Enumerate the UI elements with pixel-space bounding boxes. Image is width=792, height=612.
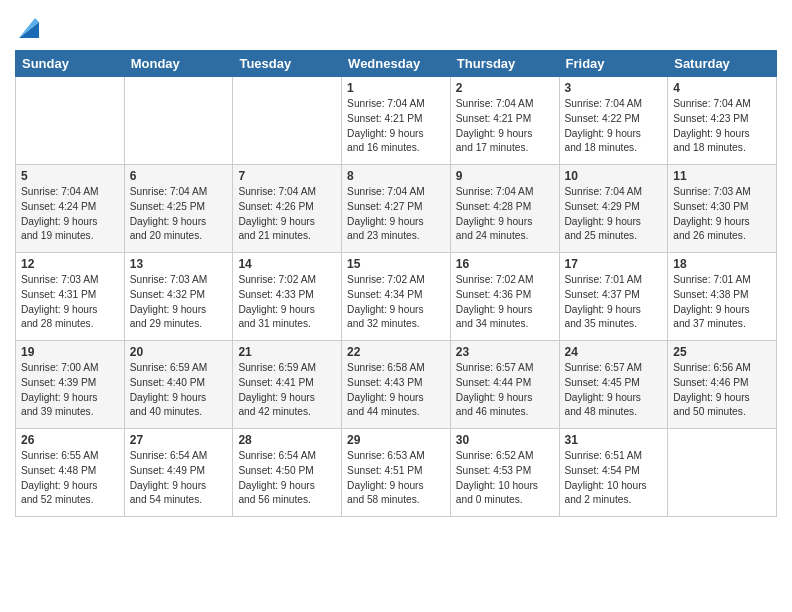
day-number: 29 — [347, 433, 445, 447]
day-cell: 4Sunrise: 7:04 AM Sunset: 4:23 PM Daylig… — [668, 77, 777, 165]
day-info: Sunrise: 7:04 AM Sunset: 4:23 PM Dayligh… — [673, 97, 771, 156]
day-info: Sunrise: 7:04 AM Sunset: 4:22 PM Dayligh… — [565, 97, 663, 156]
day-info: Sunrise: 7:02 AM Sunset: 4:33 PM Dayligh… — [238, 273, 336, 332]
day-info: Sunrise: 7:03 AM Sunset: 4:31 PM Dayligh… — [21, 273, 119, 332]
day-info: Sunrise: 7:03 AM Sunset: 4:32 PM Dayligh… — [130, 273, 228, 332]
day-cell: 29Sunrise: 6:53 AM Sunset: 4:51 PM Dayli… — [342, 429, 451, 517]
day-number: 30 — [456, 433, 554, 447]
day-number: 11 — [673, 169, 771, 183]
day-number: 19 — [21, 345, 119, 359]
day-number: 17 — [565, 257, 663, 271]
day-info: Sunrise: 7:04 AM Sunset: 4:21 PM Dayligh… — [456, 97, 554, 156]
calendar-table: SundayMondayTuesdayWednesdayThursdayFrid… — [15, 50, 777, 517]
col-header-wednesday: Wednesday — [342, 51, 451, 77]
logo — [15, 14, 47, 42]
week-row-1: 1Sunrise: 7:04 AM Sunset: 4:21 PM Daylig… — [16, 77, 777, 165]
day-cell — [16, 77, 125, 165]
day-number: 22 — [347, 345, 445, 359]
day-info: Sunrise: 6:57 AM Sunset: 4:44 PM Dayligh… — [456, 361, 554, 420]
day-cell: 5Sunrise: 7:04 AM Sunset: 4:24 PM Daylig… — [16, 165, 125, 253]
day-info: Sunrise: 6:57 AM Sunset: 4:45 PM Dayligh… — [565, 361, 663, 420]
day-number: 8 — [347, 169, 445, 183]
day-info: Sunrise: 7:04 AM Sunset: 4:24 PM Dayligh… — [21, 185, 119, 244]
day-cell: 1Sunrise: 7:04 AM Sunset: 4:21 PM Daylig… — [342, 77, 451, 165]
day-cell: 10Sunrise: 7:04 AM Sunset: 4:29 PM Dayli… — [559, 165, 668, 253]
col-header-monday: Monday — [124, 51, 233, 77]
day-info: Sunrise: 6:59 AM Sunset: 4:41 PM Dayligh… — [238, 361, 336, 420]
day-info: Sunrise: 6:59 AM Sunset: 4:40 PM Dayligh… — [130, 361, 228, 420]
day-info: Sunrise: 7:04 AM Sunset: 4:29 PM Dayligh… — [565, 185, 663, 244]
col-header-tuesday: Tuesday — [233, 51, 342, 77]
week-row-5: 26Sunrise: 6:55 AM Sunset: 4:48 PM Dayli… — [16, 429, 777, 517]
day-info: Sunrise: 7:02 AM Sunset: 4:34 PM Dayligh… — [347, 273, 445, 332]
day-number: 14 — [238, 257, 336, 271]
day-cell: 18Sunrise: 7:01 AM Sunset: 4:38 PM Dayli… — [668, 253, 777, 341]
day-number: 26 — [21, 433, 119, 447]
day-info: Sunrise: 7:04 AM Sunset: 4:25 PM Dayligh… — [130, 185, 228, 244]
day-info: Sunrise: 7:02 AM Sunset: 4:36 PM Dayligh… — [456, 273, 554, 332]
day-number: 6 — [130, 169, 228, 183]
day-info: Sunrise: 6:53 AM Sunset: 4:51 PM Dayligh… — [347, 449, 445, 508]
day-cell: 30Sunrise: 6:52 AM Sunset: 4:53 PM Dayli… — [450, 429, 559, 517]
day-cell: 24Sunrise: 6:57 AM Sunset: 4:45 PM Dayli… — [559, 341, 668, 429]
day-cell: 2Sunrise: 7:04 AM Sunset: 4:21 PM Daylig… — [450, 77, 559, 165]
day-number: 10 — [565, 169, 663, 183]
day-cell — [124, 77, 233, 165]
day-info: Sunrise: 6:58 AM Sunset: 4:43 PM Dayligh… — [347, 361, 445, 420]
day-info: Sunrise: 7:00 AM Sunset: 4:39 PM Dayligh… — [21, 361, 119, 420]
day-cell: 9Sunrise: 7:04 AM Sunset: 4:28 PM Daylig… — [450, 165, 559, 253]
day-cell: 16Sunrise: 7:02 AM Sunset: 4:36 PM Dayli… — [450, 253, 559, 341]
header-row: SundayMondayTuesdayWednesdayThursdayFrid… — [16, 51, 777, 77]
day-info: Sunrise: 7:03 AM Sunset: 4:30 PM Dayligh… — [673, 185, 771, 244]
day-number: 12 — [21, 257, 119, 271]
day-info: Sunrise: 7:04 AM Sunset: 4:21 PM Dayligh… — [347, 97, 445, 156]
day-info: Sunrise: 6:51 AM Sunset: 4:54 PM Dayligh… — [565, 449, 663, 508]
day-number: 18 — [673, 257, 771, 271]
logo-icon — [15, 14, 43, 42]
day-number: 7 — [238, 169, 336, 183]
day-cell: 23Sunrise: 6:57 AM Sunset: 4:44 PM Dayli… — [450, 341, 559, 429]
day-number: 3 — [565, 81, 663, 95]
day-cell: 11Sunrise: 7:03 AM Sunset: 4:30 PM Dayli… — [668, 165, 777, 253]
day-info: Sunrise: 7:01 AM Sunset: 4:38 PM Dayligh… — [673, 273, 771, 332]
day-info: Sunrise: 6:52 AM Sunset: 4:53 PM Dayligh… — [456, 449, 554, 508]
day-info: Sunrise: 7:04 AM Sunset: 4:27 PM Dayligh… — [347, 185, 445, 244]
day-cell: 20Sunrise: 6:59 AM Sunset: 4:40 PM Dayli… — [124, 341, 233, 429]
day-number: 15 — [347, 257, 445, 271]
day-number: 4 — [673, 81, 771, 95]
day-number: 23 — [456, 345, 554, 359]
day-info: Sunrise: 6:54 AM Sunset: 4:50 PM Dayligh… — [238, 449, 336, 508]
day-number: 24 — [565, 345, 663, 359]
week-row-4: 19Sunrise: 7:00 AM Sunset: 4:39 PM Dayli… — [16, 341, 777, 429]
day-number: 2 — [456, 81, 554, 95]
day-cell: 19Sunrise: 7:00 AM Sunset: 4:39 PM Dayli… — [16, 341, 125, 429]
day-cell: 15Sunrise: 7:02 AM Sunset: 4:34 PM Dayli… — [342, 253, 451, 341]
day-cell: 3Sunrise: 7:04 AM Sunset: 4:22 PM Daylig… — [559, 77, 668, 165]
header — [15, 10, 777, 42]
day-number: 9 — [456, 169, 554, 183]
day-cell — [233, 77, 342, 165]
day-number: 28 — [238, 433, 336, 447]
day-info: Sunrise: 6:56 AM Sunset: 4:46 PM Dayligh… — [673, 361, 771, 420]
day-cell: 22Sunrise: 6:58 AM Sunset: 4:43 PM Dayli… — [342, 341, 451, 429]
day-info: Sunrise: 6:55 AM Sunset: 4:48 PM Dayligh… — [21, 449, 119, 508]
day-number: 21 — [238, 345, 336, 359]
day-number: 5 — [21, 169, 119, 183]
day-cell: 14Sunrise: 7:02 AM Sunset: 4:33 PM Dayli… — [233, 253, 342, 341]
day-cell: 12Sunrise: 7:03 AM Sunset: 4:31 PM Dayli… — [16, 253, 125, 341]
day-info: Sunrise: 7:01 AM Sunset: 4:37 PM Dayligh… — [565, 273, 663, 332]
day-info: Sunrise: 7:04 AM Sunset: 4:28 PM Dayligh… — [456, 185, 554, 244]
col-header-friday: Friday — [559, 51, 668, 77]
col-header-thursday: Thursday — [450, 51, 559, 77]
day-cell: 25Sunrise: 6:56 AM Sunset: 4:46 PM Dayli… — [668, 341, 777, 429]
day-cell: 21Sunrise: 6:59 AM Sunset: 4:41 PM Dayli… — [233, 341, 342, 429]
day-cell: 26Sunrise: 6:55 AM Sunset: 4:48 PM Dayli… — [16, 429, 125, 517]
day-info: Sunrise: 7:04 AM Sunset: 4:26 PM Dayligh… — [238, 185, 336, 244]
day-number: 1 — [347, 81, 445, 95]
col-header-saturday: Saturday — [668, 51, 777, 77]
day-number: 27 — [130, 433, 228, 447]
page: SundayMondayTuesdayWednesdayThursdayFrid… — [0, 0, 792, 527]
day-cell: 6Sunrise: 7:04 AM Sunset: 4:25 PM Daylig… — [124, 165, 233, 253]
day-cell — [668, 429, 777, 517]
day-info: Sunrise: 6:54 AM Sunset: 4:49 PM Dayligh… — [130, 449, 228, 508]
